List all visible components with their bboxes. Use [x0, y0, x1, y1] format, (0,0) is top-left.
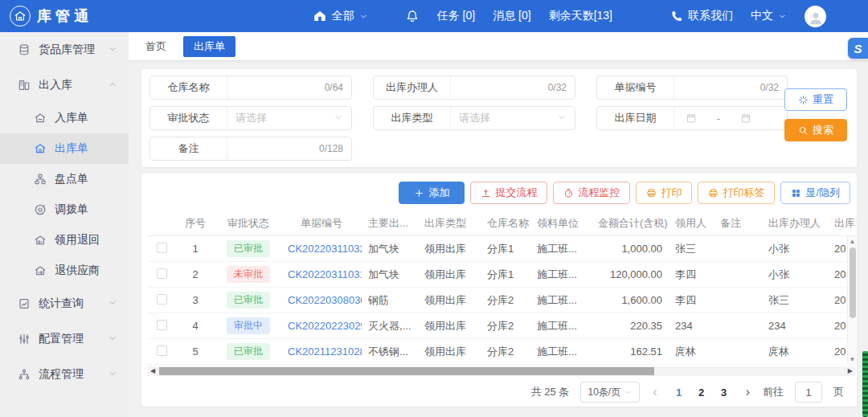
sidebar-item-workflow-management[interactable]: 流程管理 — [0, 357, 129, 392]
bell-icon[interactable] — [405, 9, 420, 23]
field-input[interactable]: - — [674, 107, 787, 129]
row-checkbox[interactable] — [157, 320, 167, 330]
table-row: 5已审批CK20211231028不锈钢...领用出库分库2施工班...162.… — [148, 339, 857, 365]
language-selector[interactable]: 中文 — [751, 9, 787, 23]
reset-button[interactable]: 重置 — [784, 88, 847, 111]
doc-number-link[interactable]: CK20220308030 — [288, 294, 362, 306]
doc-number-link[interactable]: CK20220223029 — [288, 320, 362, 332]
warehouse-name-field[interactable]: 仓库名称0/64 — [149, 76, 352, 100]
sidebar-subitem-requisition-return[interactable]: 领用退回 — [0, 225, 129, 256]
sidebar-item-stats-query[interactable]: 统计查询 — [0, 286, 129, 321]
sidebar-item-label: 统计查询 — [39, 296, 84, 311]
sidebar-subitem-outbound-order[interactable]: 出库单 — [0, 133, 129, 164]
show-hide-columns-button[interactable]: 显/隐列 — [780, 182, 850, 204]
table-body: 1已审批CK20220311032加气块领用出库分库1施工班...1,000.0… — [148, 236, 857, 365]
contact-link[interactable]: 联系我们 — [670, 9, 733, 23]
outbound-handler-field[interactable]: 出库办理人0/32 — [373, 76, 575, 100]
field-input[interactable]: 请选择 — [227, 107, 351, 129]
print-label-button[interactable]: 打印标签 — [698, 182, 775, 204]
scope-selector[interactable]: 全部 — [313, 9, 368, 23]
outbound-type-select[interactable]: 出库类型请选择 — [373, 106, 575, 130]
outbound-date-range[interactable]: 出库日期- — [596, 106, 788, 130]
field-input[interactable]: 0/64 — [227, 76, 351, 99]
horizontal-scrollbar[interactable]: ◀ ▶ — [148, 366, 855, 376]
unit-cell: 施工班... — [530, 293, 592, 308]
prev-page-button[interactable]: ‹ — [651, 385, 658, 399]
floating-widget[interactable]: S — [848, 38, 868, 59]
warehouse-cell: 分库1 — [481, 268, 530, 282]
workflow-monitor-button[interactable]: 流程监控 — [553, 182, 630, 204]
horizontal-scroll-thumb[interactable] — [159, 367, 654, 375]
sidebar-item-goods-warehouse-management[interactable]: 货品库管理 — [0, 32, 129, 67]
remark-field[interactable]: 备注0/128 — [149, 137, 352, 161]
field-input[interactable]: 0/128 — [227, 137, 351, 160]
sidebar-subitem-inbound-order[interactable]: 入库单 — [0, 103, 129, 133]
sidebar: 货品库管理出入库入库单出库单盘点单调拨单领用退回退供应商统计查询配置管理流程管理 — [0, 32, 129, 417]
field-input[interactable]: 0/32 — [674, 76, 787, 99]
scroll-up-arrow[interactable]: ▲ — [848, 236, 857, 247]
avatar[interactable] — [805, 6, 826, 27]
table-panel: 添加提交流程流程监控打印打印标签显/隐列 序号审批状态单据编号主要出...出库类… — [141, 174, 857, 407]
column-header: 出库日期 — [828, 216, 857, 231]
handler-cell: 张三 — [762, 293, 828, 308]
sidebar-subitem-supplier-return[interactable]: 退供应商 — [0, 256, 129, 286]
submit-workflow-button[interactable]: 提交流程 — [470, 182, 547, 204]
page-number-3[interactable]: 3 — [715, 386, 733, 399]
goto-page-input[interactable]: 1 — [795, 382, 822, 403]
row-checkbox[interactable] — [157, 294, 167, 305]
sidebar-item-in-out-warehouse[interactable]: 出入库 — [0, 67, 129, 103]
page-number-2[interactable]: 2 — [693, 386, 710, 399]
field-input[interactable]: 请选择 — [451, 107, 575, 129]
page-number-1[interactable]: 1 — [670, 386, 688, 399]
page-size-select[interactable]: 10条/页 — [580, 382, 640, 403]
sidebar-subitem-inventory-check-order[interactable]: 盘点单 — [0, 164, 129, 194]
search-button[interactable]: 搜索 — [784, 119, 847, 141]
field-label: 出库日期 — [597, 107, 674, 129]
doc-number-field[interactable]: 单据编号0/32 — [596, 76, 788, 100]
next-page-button[interactable]: › — [744, 385, 751, 399]
database-icon — [18, 43, 31, 56]
field-input[interactable]: 0/32 — [451, 76, 575, 99]
print-button[interactable]: 打印 — [636, 182, 692, 204]
tab-home[interactable]: 首页 — [135, 36, 177, 57]
page-scrollbar[interactable] — [862, 351, 868, 417]
tab-outbound-orders[interactable]: 出库单 — [183, 36, 235, 57]
select-placeholder: 请选择 — [459, 111, 490, 125]
tasks-link[interactable]: 任务 [0] — [437, 9, 475, 23]
sidebar-subitem-label: 盘点单 — [55, 172, 88, 186]
field-label: 备注 — [150, 137, 227, 160]
chevron-down-icon — [108, 333, 117, 345]
main-items-cell: 灭火器,... — [362, 319, 418, 333]
config-icon — [18, 333, 31, 345]
topbar: 库管通 全部 任务 [0] 消息 [0] 剩余天数[13] 联系我们 中文 — [0, 0, 868, 32]
column-header: 审批状态 — [215, 216, 281, 231]
person-icon — [808, 7, 824, 26]
vertical-scroll-thumb[interactable] — [850, 247, 856, 318]
doc-number-link[interactable]: CK20211231028 — [288, 345, 362, 358]
doc-number-cell: CK20220311032 — [281, 243, 362, 255]
scroll-down-arrow[interactable]: ▼ — [848, 354, 857, 365]
amount-cell: 1,600.00 — [592, 294, 669, 306]
doc-number-link[interactable]: CK20220311032 — [288, 243, 362, 255]
row-checkbox[interactable] — [157, 243, 167, 253]
chevron-down-icon — [108, 43, 117, 56]
row-checkbox[interactable] — [157, 345, 167, 356]
sidebar-subitem-transfer-order[interactable]: 调拨单 — [0, 194, 129, 225]
approval-status-select[interactable]: 审批状态请选择 — [149, 106, 352, 130]
row-checkbox[interactable] — [157, 268, 167, 279]
status-badge: 已审批 — [227, 292, 270, 309]
scope-label: 全部 — [332, 9, 354, 23]
chevron-down-icon — [778, 12, 787, 21]
chevron-up-icon — [108, 79, 117, 92]
doc-number-link[interactable]: CK20220311031 — [288, 268, 362, 280]
button-label: 提交流程 — [495, 186, 537, 200]
add-button[interactable]: 添加 — [399, 182, 465, 204]
vertical-scrollbar[interactable]: ▲ ▼ — [847, 236, 857, 365]
recipient-cell: 234 — [669, 320, 714, 332]
scroll-left-arrow[interactable]: ◀ — [150, 366, 155, 376]
scroll-right-arrow[interactable]: ▶ — [848, 366, 853, 376]
recipient-cell: 庹林 — [669, 345, 714, 359]
char-counter: 0/128 — [319, 143, 343, 154]
messages-link[interactable]: 消息 [0] — [493, 9, 530, 23]
sidebar-item-config-management[interactable]: 配置管理 — [0, 321, 129, 357]
